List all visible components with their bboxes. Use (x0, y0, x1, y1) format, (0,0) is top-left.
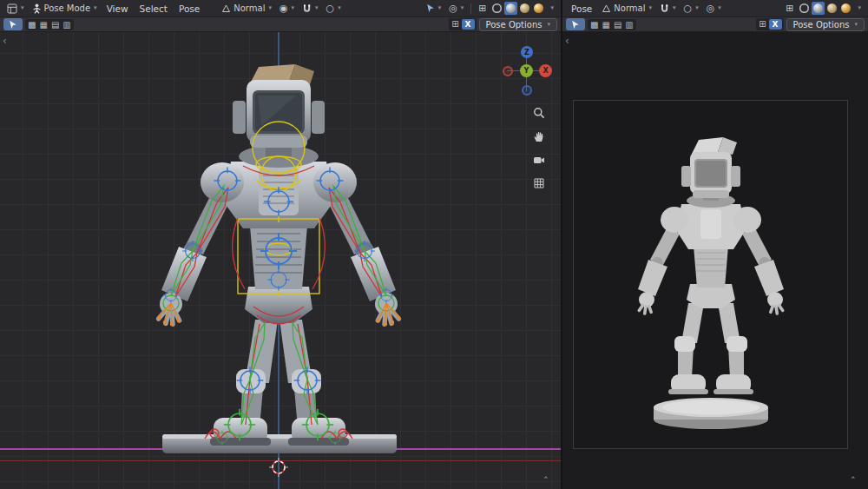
camera-view-button[interactable] (531, 152, 547, 168)
select-mode-icon-4[interactable]: ▥ (624, 20, 634, 30)
select-mode-icon-4[interactable]: ▥ (62, 20, 71, 30)
select-mode-icon-1[interactable]: ▩ (589, 20, 599, 30)
menu-pose[interactable]: Pose (566, 2, 597, 16)
active-tool-button[interactable] (566, 18, 585, 30)
pivot-point-select[interactable]: ◉ ▾ (276, 2, 298, 16)
gizmo-cursor-icon (426, 3, 435, 13)
chevron-down-icon: ▾ (858, 5, 861, 11)
chevron-down-icon: ▾ (315, 5, 319, 11)
region-expand-chevron[interactable]: ˆ (851, 476, 857, 487)
pivot-icon: ◉ (279, 3, 288, 13)
proportional-editing-toggle[interactable]: ○ ▾ (323, 2, 345, 16)
shading-rendered-button[interactable] (839, 2, 852, 15)
backdrop-frame (573, 100, 848, 449)
rendered-sphere-icon (841, 3, 851, 13)
editor-3d-viewport-icon (7, 3, 17, 14)
shading-wireframe-button[interactable] (798, 2, 811, 15)
select-mode-buttons: ▩ ▦ ▤ ▥ (25, 19, 74, 30)
select-mode-icon-3[interactable]: ▤ (50, 20, 60, 30)
axis-x-ball[interactable]: X (539, 64, 552, 77)
shading-solid-button[interactable] (504, 2, 517, 15)
shading-wireframe-button[interactable] (490, 2, 503, 15)
shading-rendered-button[interactable] (532, 2, 545, 15)
grid-ortho-button[interactable] (531, 175, 547, 191)
region-expand-chevron[interactable]: ˆ (543, 476, 549, 487)
chevron-down-icon: ▾ (94, 5, 97, 11)
select-mode-icon-2[interactable]: ▦ (38, 20, 48, 30)
robot-model-with-rig[interactable] (0, 32, 561, 489)
show-overlays-toggle[interactable]: ◎ ▾ (445, 2, 467, 16)
transform-orientation-select[interactable]: Normal ▾ (598, 2, 655, 16)
region-collapse-chevron[interactable]: ‹ (565, 36, 569, 46)
rendered-sphere-icon (534, 3, 543, 13)
viewport-header-right: Pose Normal ▾ ▾ ○ ▾ ◎ ▾ ⊞ ▾ (562, 0, 868, 17)
mirror-options-group: ⊞ X (756, 18, 783, 31)
toggle-xray-button[interactable]: ⊞ (475, 2, 490, 16)
zoom-button[interactable] (531, 105, 547, 121)
show-overlays-toggle[interactable]: ◎ ▾ (703, 2, 725, 16)
mode-select-dropdown[interactable]: Pose Mode ▾ (29, 2, 101, 16)
menu-select[interactable]: Select (135, 2, 173, 16)
shading-settings-dropdown[interactable]: ▾ (546, 2, 557, 16)
viewport-3d-area-right[interactable]: ‹ ˆ (562, 32, 868, 489)
solid-sphere-icon (506, 3, 516, 13)
xray-icon: ⊞ (478, 3, 486, 13)
hand-icon (533, 130, 545, 142)
axis-z-ball[interactable]: Z (521, 46, 533, 58)
shading-solid-button[interactable] (812, 2, 825, 15)
options-grid-icon[interactable]: ⊞ (450, 19, 459, 29)
pose-mode-icon (32, 3, 42, 14)
orientation-normal-icon (221, 3, 231, 13)
select-mode-icon-1[interactable]: ▩ (27, 20, 36, 30)
robot-model-clay[interactable] (574, 101, 848, 448)
snap-toggle[interactable]: ▾ (299, 2, 322, 16)
viewport-header-left: ▾ Pose Mode ▾ View Select Pose Normal ▾ … (0, 0, 561, 17)
proportional-editing-toggle[interactable]: ○ ▾ (681, 2, 702, 16)
select-mode-buttons: ▩ ▦ ▤ ▥ (588, 19, 636, 30)
menu-pose[interactable]: Pose (174, 2, 205, 16)
magnifier-icon (533, 107, 545, 119)
editor-type-button[interactable]: ▾ (3, 2, 28, 16)
transform-orientation-select[interactable]: Normal ▾ (218, 2, 275, 16)
magnet-icon (660, 3, 669, 14)
show-gizmos-toggle[interactable]: ▾ (423, 2, 445, 16)
chevron-down-icon: ▾ (695, 5, 699, 11)
proportional-icon: ○ (326, 3, 335, 13)
material-sphere-icon (827, 3, 837, 13)
axis-negative-z-ball[interactable] (522, 85, 532, 96)
pose-options-dropdown[interactable]: Pose Options ▾ (479, 18, 557, 31)
tool-settings-left: ▩ ▦ ▤ ▥ ⊞ X Pose Options ▾ (0, 17, 561, 32)
x-axis-mirror-toggle[interactable]: X (462, 19, 475, 30)
snap-toggle[interactable]: ▾ (656, 2, 680, 16)
tweak-cursor-icon (9, 20, 17, 30)
chevron-down-icon: ▾ (292, 5, 295, 11)
axis-y-ball[interactable]: Y (520, 64, 533, 77)
options-grid-icon[interactable]: ⊞ (758, 19, 766, 29)
navigation-gizmo[interactable]: X Y Z (502, 46, 552, 96)
region-collapse-chevron[interactable]: ‹ (3, 36, 7, 46)
shading-material-button[interactable] (825, 2, 838, 15)
viewport-pose-left: ▾ Pose Mode ▾ View Select Pose Normal ▾ … (0, 0, 561, 489)
chevron-down-icon: ▾ (338, 5, 341, 11)
select-mode-icon-2[interactable]: ▦ (601, 20, 610, 30)
cursor-3d (269, 458, 288, 477)
chevron-down-icon: ▾ (21, 5, 24, 11)
shading-material-button[interactable] (518, 2, 531, 15)
chevron-down-icon: ▾ (268, 5, 272, 11)
toggle-xray-button[interactable]: ⊞ (782, 2, 797, 16)
x-axis-mirror-toggle[interactable]: X (769, 19, 782, 30)
select-mode-icon-3[interactable]: ▤ (613, 20, 622, 30)
viewport-pose-right: Pose Normal ▾ ▾ ○ ▾ ◎ ▾ ⊞ ▾ (562, 0, 868, 489)
chevron-down-icon: ▾ (718, 5, 721, 11)
active-tool-button[interactable] (3, 18, 23, 30)
viewport-3d-area-left[interactable]: X Y Z ‹ ˆ (0, 32, 561, 489)
menu-view[interactable]: View (102, 2, 134, 16)
shading-settings-dropdown[interactable]: ▾ (853, 2, 865, 16)
pan-button[interactable] (531, 129, 547, 144)
chevron-down-icon: ▾ (438, 5, 442, 11)
orientation-normal-icon (602, 3, 611, 13)
pose-options-dropdown[interactable]: Pose Options ▾ (786, 18, 865, 31)
axis-negative-x-ball[interactable] (503, 66, 513, 76)
proportional-icon: ○ (684, 3, 693, 13)
xray-icon: ⊞ (786, 3, 793, 13)
